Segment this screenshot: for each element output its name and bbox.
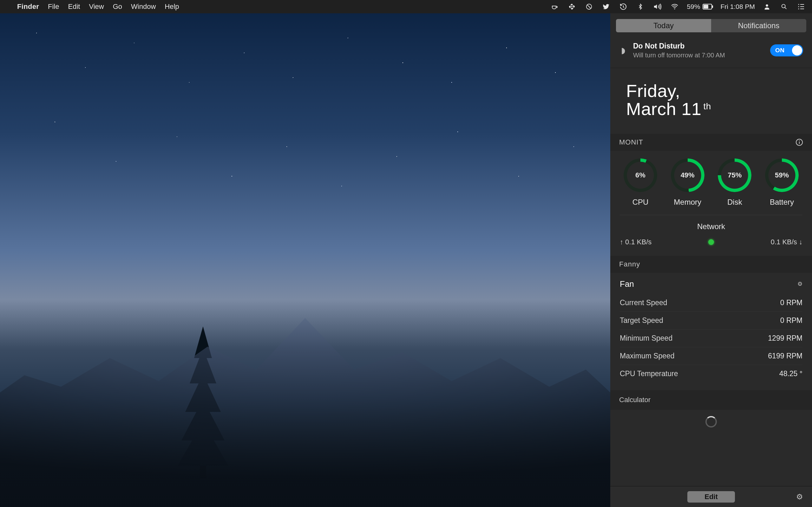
volume-icon[interactable] bbox=[653, 2, 663, 12]
gauge-label: Memory bbox=[674, 198, 701, 207]
menu-window[interactable]: Window bbox=[131, 3, 156, 11]
gauge-value: 59% bbox=[775, 171, 789, 179]
svg-point-12 bbox=[799, 140, 800, 141]
date-suffix: th bbox=[703, 102, 711, 111]
gauge-cpu: 6%CPU bbox=[620, 158, 661, 207]
network-title: Network bbox=[620, 222, 803, 231]
gauge-value: 75% bbox=[728, 171, 742, 179]
gauge-ring: 75% bbox=[718, 158, 751, 192]
twitter-icon[interactable] bbox=[601, 2, 611, 12]
gauge-disk: 75%Disk bbox=[714, 158, 755, 207]
gauge-label: Disk bbox=[727, 198, 742, 207]
fan-label: Fan bbox=[620, 279, 634, 289]
date-line2: March 11 bbox=[626, 100, 701, 118]
today-date: Friday, March 11 th bbox=[610, 68, 812, 134]
fan-icon[interactable] bbox=[567, 2, 577, 12]
fan-row: Minimum Speed1299 RPM bbox=[620, 329, 803, 347]
fan-row-key: Maximum Speed bbox=[620, 352, 675, 360]
menubar: Finder File Edit View Go Window Help bbox=[0, 0, 812, 13]
fan-row-value: 0 RPM bbox=[780, 298, 803, 307]
wallpaper-tree bbox=[177, 314, 229, 478]
network-up: ↑ 0.1 KB/s bbox=[620, 238, 652, 246]
battery-percent: 59% bbox=[687, 3, 700, 10]
svg-point-7 bbox=[782, 4, 785, 8]
fan-row-key: Target Speed bbox=[620, 316, 663, 325]
gauge-ring: 6% bbox=[623, 158, 657, 192]
no-entry-icon[interactable] bbox=[584, 2, 594, 12]
fan-row-key: CPU Temperature bbox=[620, 370, 678, 378]
moon-icon: ◗ bbox=[618, 46, 629, 55]
monit-body: 6%CPU49%Memory75%Disk59%Battery Network … bbox=[610, 151, 812, 256]
svg-point-2 bbox=[674, 9, 675, 9]
menu-view[interactable]: View bbox=[89, 3, 104, 11]
fan-row-value: 1299 RPM bbox=[768, 334, 803, 343]
do-not-disturb-row: ◗ Do Not Disturb Will turn off tomorrow … bbox=[610, 32, 812, 68]
fan-row-value: 48.25 ° bbox=[779, 370, 803, 378]
fan-list: Current Speed0 RPMTarget Speed0 RPMMinim… bbox=[610, 292, 812, 390]
tab-today[interactable]: Today bbox=[616, 19, 711, 32]
app-name[interactable]: Finder bbox=[17, 3, 39, 11]
fan-row-key: Minimum Speed bbox=[620, 334, 672, 343]
battery-status[interactable]: 59% bbox=[687, 3, 713, 10]
gauge-value: 6% bbox=[635, 171, 646, 179]
fanny-header: Fanny bbox=[610, 256, 812, 273]
fan-row-key: Current Speed bbox=[620, 298, 667, 307]
gauge-battery: 59%Battery bbox=[761, 158, 803, 207]
caffeine-icon[interactable] bbox=[550, 2, 560, 12]
edit-button[interactable]: Edit bbox=[687, 491, 735, 503]
fan-settings-icon[interactable]: ⚙ bbox=[798, 280, 803, 287]
user-icon[interactable] bbox=[762, 2, 772, 12]
svg-point-10 bbox=[798, 9, 799, 9]
fanny-title: Fanny bbox=[619, 260, 640, 268]
desktop-wallpaper[interactable] bbox=[0, 13, 610, 507]
tab-notifications[interactable]: Notifications bbox=[711, 19, 806, 32]
loading-spinner-icon bbox=[705, 416, 717, 428]
svg-point-6 bbox=[766, 4, 768, 7]
dnd-subtitle: Will turn off tomorrow at 7:00 AM bbox=[633, 52, 725, 59]
monit-header: MONIT bbox=[610, 134, 812, 151]
network-row: ↑ 0.1 KB/s 0.1 KB/s ↓ bbox=[620, 238, 803, 246]
calculator-header: Calculator bbox=[610, 390, 812, 410]
monit-title: MONIT bbox=[619, 138, 643, 147]
fan-row: CPU Temperature48.25 ° bbox=[620, 365, 803, 383]
date-line1: Friday, bbox=[626, 82, 812, 100]
svg-rect-5 bbox=[704, 5, 708, 9]
network-down: 0.1 KB/s ↓ bbox=[771, 238, 803, 246]
gauge-value: 49% bbox=[681, 171, 695, 179]
menu-go[interactable]: Go bbox=[113, 3, 122, 11]
dnd-toggle-label: ON bbox=[775, 47, 785, 54]
gauge-label: CPU bbox=[632, 198, 649, 207]
menu-file[interactable]: File bbox=[48, 3, 59, 11]
svg-point-0 bbox=[571, 6, 572, 7]
svg-rect-4 bbox=[712, 5, 713, 8]
footer-settings-icon[interactable]: ⚙ bbox=[796, 493, 803, 501]
menubar-clock[interactable]: Fri 1:08 PM bbox=[720, 3, 755, 10]
dnd-title: Do Not Disturb bbox=[633, 42, 725, 50]
network-status-dot bbox=[708, 239, 714, 245]
fan-row-value: 0 RPM bbox=[780, 316, 803, 325]
fan-row: Target Speed0 RPM bbox=[620, 312, 803, 329]
gauge-label: Battery bbox=[770, 198, 794, 207]
info-icon[interactable] bbox=[796, 138, 803, 146]
bluetooth-icon[interactable] bbox=[635, 2, 646, 12]
fan-row: Maximum Speed6199 RPM bbox=[620, 347, 803, 365]
notification-center: Today Notifications ◗ Do Not Disturb Wil… bbox=[610, 13, 812, 507]
nc-footer: Edit ⚙ bbox=[610, 486, 812, 507]
dnd-toggle-knob bbox=[792, 45, 802, 55]
wifi-icon[interactable] bbox=[670, 2, 680, 12]
dnd-toggle[interactable]: ON bbox=[770, 44, 803, 56]
svg-point-8 bbox=[798, 4, 799, 5]
nc-tabs: Today Notifications bbox=[610, 13, 812, 32]
svg-point-9 bbox=[798, 6, 799, 7]
gauge-memory: 49%Memory bbox=[667, 158, 708, 207]
fan-row-value: 6199 RPM bbox=[768, 352, 803, 360]
menu-help[interactable]: Help bbox=[165, 3, 179, 11]
calculator-title: Calculator bbox=[619, 396, 651, 404]
timemachine-icon[interactable] bbox=[618, 2, 628, 12]
battery-icon bbox=[703, 4, 713, 9]
spotlight-icon[interactable] bbox=[779, 2, 789, 12]
fan-row: Current Speed0 RPM bbox=[620, 294, 803, 312]
menu-edit[interactable]: Edit bbox=[68, 3, 80, 11]
notification-center-icon[interactable] bbox=[796, 2, 806, 12]
gauge-ring: 59% bbox=[765, 158, 799, 192]
